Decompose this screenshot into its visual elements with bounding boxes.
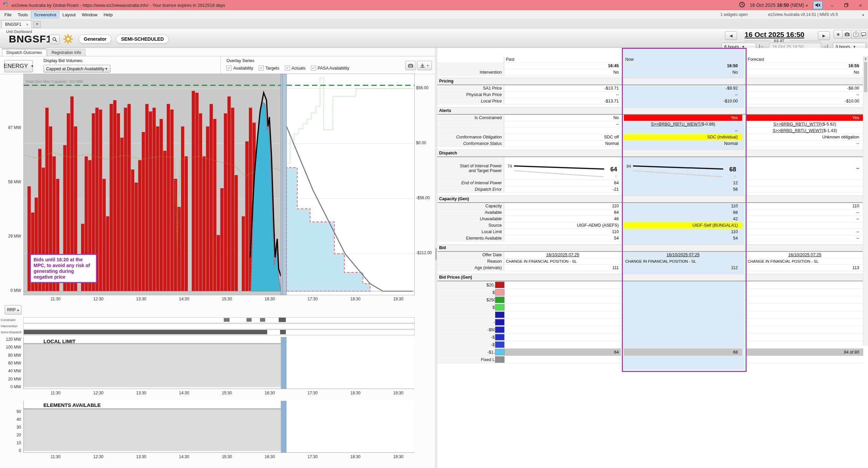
bid-price-swatch [495, 319, 505, 325]
row-label: Is Constrained [437, 115, 504, 121]
overlay-actuals[interactable]: ✓Actuals [285, 65, 305, 71]
restore-button[interactable] [842, 2, 851, 8]
x-tick-label: 14:30 [175, 297, 194, 301]
table-cell: -- [746, 141, 863, 147]
close-button[interactable]: × [856, 2, 865, 8]
row-label: $250.01 [437, 296, 504, 303]
chart-download-button[interactable]: ▼ [417, 61, 432, 70]
table-cell: 16:45 [505, 63, 621, 69]
menu-file[interactable]: File [1, 11, 15, 18]
checkbox-icon[interactable]: ✓ [226, 65, 232, 71]
table-cell [505, 128, 621, 134]
unit-status-icon[interactable] [63, 34, 73, 45]
row-label: Offer Date [437, 252, 504, 258]
scrollbar-thumb[interactable] [864, 62, 867, 92]
table-cell: 64 [505, 349, 621, 356]
minimize-button[interactable]: – [827, 2, 837, 8]
overlay-targets[interactable]: ✓Targets [259, 65, 279, 71]
table-cell: 113 [746, 265, 863, 271]
table-cell [505, 356, 621, 363]
search-button[interactable] [50, 35, 60, 44]
table-row: Age (intervals)111112113 [437, 265, 863, 271]
overlay-pasa-availability[interactable]: ✓PASA Availability [311, 65, 349, 71]
tab-registration-info[interactable]: Registration Info [47, 49, 85, 56]
svg-text:Total Gen Max Capacity: 110 MW: Total Gen Max Capacity: 110 MW [25, 79, 83, 83]
tab-close-icon[interactable]: × [26, 22, 28, 26]
row-label: SA1 Price [437, 85, 504, 91]
table-row: PastNowForecast [437, 56, 863, 63]
rrp-toggle-button[interactable]: RRP ▲ [5, 305, 22, 315]
svg-text:ELEMENTS AVAILABLE: ELEMENTS AVAILABLE [43, 402, 101, 408]
table-cell [746, 296, 863, 303]
table-cell: 16/10/2025 07:25 [746, 252, 863, 258]
current-datetime[interactable]: 16 Oct 2025 16:50 [745, 31, 804, 39]
tab-bngsf1[interactable]: BNGSF1 × [1, 20, 32, 28]
overlay-availability[interactable]: ✓Availability [226, 65, 253, 71]
chevron-down-icon: ▼ [105, 67, 108, 71]
table-cell: 74640 [505, 157, 621, 180]
x-tick-label: 16:30 [260, 391, 279, 395]
next-interval-button[interactable]: ▶ [818, 31, 830, 40]
table-row: Elements Available5454-- [437, 235, 863, 242]
table-cell: 54 [505, 235, 621, 241]
strip-block [224, 318, 230, 322]
mute-icon[interactable] [813, 1, 823, 9]
row-label: $500 [437, 289, 504, 296]
table-gap [437, 193, 863, 195]
table-row: End of Interval Power8412 [437, 180, 863, 186]
y-axis-label: 80 MW [0, 353, 21, 358]
x-tick-label: 15:30 [217, 297, 236, 301]
help-button[interactable]: ? [851, 30, 861, 39]
row-label: -$50.01 [437, 326, 504, 333]
menu-help[interactable]: Help [100, 11, 116, 18]
table-section: Alerts [437, 107, 863, 115]
menu-layout[interactable]: Layout [59, 11, 79, 18]
tab-dispatch-outcomes[interactable]: Dispatch Outcomes [2, 49, 46, 56]
checkbox-icon[interactable]: ✓ [259, 65, 264, 71]
y-axis-label: 29 MW [0, 234, 21, 239]
menu-window[interactable]: Window [79, 11, 100, 18]
constraint-link[interactable]: S>>BRBG_RBTU_WTTP [773, 122, 822, 127]
table-cell [624, 281, 742, 288]
table-cell: Normal [624, 141, 742, 147]
table-cell: -- [505, 121, 621, 127]
constraint-link[interactable]: S>>BRBG_RBTU_WEWT [773, 128, 822, 133]
table-cell: -$8.00 [746, 85, 863, 91]
y-axis-label: 10 [0, 441, 21, 445]
y-axis-label: 0 MW [0, 288, 21, 293]
row-label: Local Limit [437, 229, 504, 235]
strip-block [246, 318, 252, 322]
favorite-button[interactable]: ★ [833, 30, 843, 39]
menu-tools[interactable]: Tools [15, 11, 31, 18]
table-cell: Yes [746, 115, 863, 121]
screenshot-button[interactable] [842, 30, 852, 39]
y-axis-label: 0 MW [0, 385, 21, 389]
bid-volumes-select[interactable]: Capped at Dispatch Availability ▼ [43, 65, 111, 73]
prev-interval-button[interactable]: ◀ [725, 31, 737, 40]
checkbox-icon[interactable]: ✓ [311, 65, 316, 71]
menu-screenshot[interactable]: Screenshot [31, 11, 59, 18]
table-cell: CHANGE IN FINANCIAL POSITION - SL [505, 258, 621, 264]
feedback-button[interactable] [860, 30, 867, 39]
bid-price-swatch [495, 304, 505, 311]
table-cell: -- [746, 235, 863, 241]
row-label [437, 128, 504, 134]
collapse-menu-icon[interactable]: ▲ [862, 13, 865, 16]
table-row: --S>>BRBG_RBTU_WEWT ($-0.88)S>>BRBG_RBTU… [437, 121, 863, 128]
x-tick-label: 17:30 [303, 297, 322, 301]
dispatch-panel: Dispatch OutcomesRegistration Info ENERG… [0, 48, 435, 468]
chart-snapshot-button[interactable] [405, 61, 416, 70]
metric-select[interactable]: ENERGY ▼ [4, 60, 33, 72]
table-cell: No [746, 69, 863, 75]
checkbox-icon[interactable]: ✓ [285, 65, 290, 71]
svg-text:LOCAL LIMIT: LOCAL LIMIT [43, 338, 76, 344]
table-cell: 110 [505, 229, 621, 235]
table-section: Capacity (Gen) [437, 195, 863, 203]
scroll-up-icon[interactable]: ▲ [863, 56, 868, 61]
table-cell [746, 304, 863, 311]
table-cell: No [624, 69, 742, 75]
clock-datetime[interactable]: 16 Oct 2025 16:50 (NEM) ▼ [750, 2, 808, 8]
table-scrollbar[interactable]: ▲ [863, 56, 868, 346]
constraint-link[interactable]: S>>BRBG_RBTU_WEWT [651, 122, 701, 127]
add-tab-button[interactable]: + [33, 21, 41, 28]
